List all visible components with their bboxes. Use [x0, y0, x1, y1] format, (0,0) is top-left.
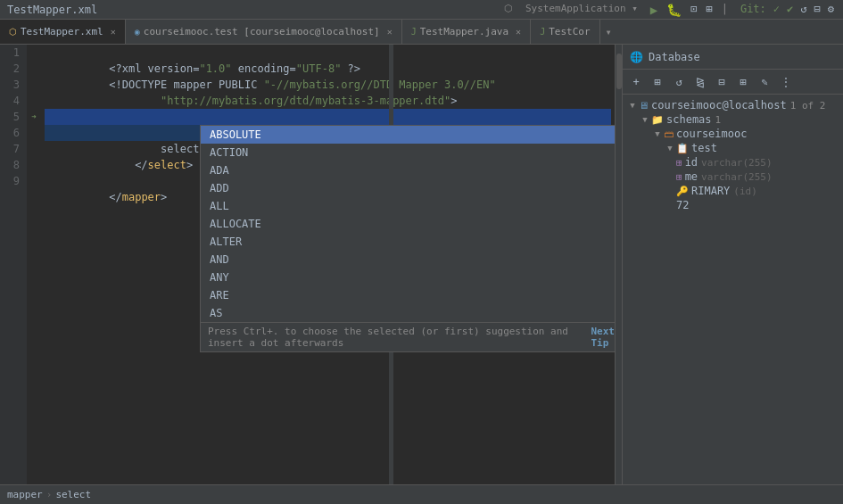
autocomplete-item-all[interactable]: ALL: [201, 197, 615, 215]
code-line-2: <!DOCTYPE mapper PUBLIC "-//mybatis.org/…: [45, 61, 611, 77]
breadcrumb: mapper › select: [7, 489, 91, 500]
git-more-icon[interactable]: ⊟: [814, 3, 821, 17]
tree-db-courseimooc[interactable]: ▼ 🗃 courseimooc: [623, 127, 843, 141]
database-panel: 🌐 Database + ⊞ ↺ ⧎ ⊟ ⊞ ✎ ⋮ ▼ 🖥 courseimo…: [622, 45, 843, 484]
code-editor[interactable]: <?xml version="1.0" encoding="UTF-8" ?> …: [41, 45, 615, 484]
db-layout-button[interactable]: ⊟: [712, 72, 731, 92]
key-icon: 🔑: [676, 186, 689, 197]
autocomplete-hint: Press Ctrl+. to choose the selected (or …: [208, 326, 591, 349]
col-id-icon: ⊞: [676, 157, 682, 169]
git-label: Git:: [740, 3, 766, 17]
tab-testmapper-java[interactable]: J TestMapper.java ✕: [402, 20, 531, 44]
profile-icon[interactable]: ⊞: [706, 3, 712, 17]
tab-close-xml[interactable]: ✕: [111, 27, 116, 37]
git-tick-icon: ✔: [787, 3, 793, 17]
tree-server-arrow: ▼: [626, 101, 639, 110]
status-bar: mapper › select: [0, 484, 843, 504]
tree-server-label: courseimooc@localhost: [651, 99, 787, 112]
db-add-button[interactable]: +: [626, 72, 646, 92]
db-refresh-button[interactable]: ↺: [669, 72, 689, 92]
autocomplete-item-allocate[interactable]: ALLOCATE: [201, 215, 615, 233]
tree-schemas[interactable]: ▼ 📁 schemas 1: [623, 112, 843, 127]
autocomplete-footer: Press Ctrl+. to choose the selected (or …: [201, 322, 615, 351]
autocomplete-dropdown[interactable]: ABSOLUTE ACTION ADA ADD ALL ALLOCATE ALT…: [200, 125, 615, 352]
autocomplete-item-add[interactable]: ADD: [201, 179, 615, 197]
title-bar: TestMapper.xml ⬡ SystemApplication ▾ ▶ 🐛…: [0, 0, 843, 20]
scrollbar-thumb[interactable]: [616, 54, 622, 89]
tree-table-arrow: ▼: [664, 144, 676, 153]
autocomplete-item-any[interactable]: ANY: [201, 269, 615, 286]
tab-label-cor: TestCor: [549, 26, 590, 37]
tree-count-label: 72: [676, 199, 689, 211]
db-edit-button[interactable]: ✎: [755, 72, 774, 92]
tree-col-id-type: varchar(255): [701, 157, 772, 169]
db-table-button[interactable]: ⊞: [648, 72, 667, 92]
tab-dropdown-arrow[interactable]: ▾: [600, 20, 617, 44]
tab-testcor[interactable]: J TestCor: [531, 20, 599, 44]
breadcrumb-mapper: mapper: [7, 489, 43, 500]
tab-close-db[interactable]: ✕: [387, 27, 393, 37]
table-icon: 📋: [676, 143, 689, 154]
tree-server-badge: 1 of 2: [790, 100, 826, 112]
autocomplete-list: ABSOLUTE ACTION ADA ADD ALL ALLOCATE ALT…: [201, 126, 615, 322]
coverage-icon[interactable]: ⊡: [690, 3, 697, 17]
schemas-icon: 📁: [651, 114, 664, 126]
db-filter-button[interactable]: ⧎: [690, 72, 710, 92]
tree-primary-key[interactable]: 🔑 RIMARY (id): [623, 184, 843, 198]
gutter: ➜: [27, 45, 41, 484]
tree-schemas-arrow: ▼: [639, 115, 651, 124]
code-line-5: <select id="list" resultType="com.titan.…: [45, 109, 611, 125]
code-line-1: <?xml version="1.0" encoding="UTF-8" ?>: [45, 45, 611, 61]
tree-col-me-label: me: [685, 170, 698, 183]
run-icon[interactable]: ▶: [650, 3, 657, 17]
file-title: TestMapper.xml: [7, 4, 97, 16]
tab-java-icon: J: [411, 27, 417, 37]
autocomplete-item-and[interactable]: AND: [201, 251, 615, 269]
code-line-3: "http://mybatis.org/dtd/mybatis-3-mapper…: [45, 77, 611, 93]
autocomplete-item-are[interactable]: ARE: [201, 286, 615, 304]
tree-table-test[interactable]: ▼ 📋 test: [623, 141, 843, 155]
tree-schemas-badge: 1: [715, 114, 722, 126]
tab-testmapper-xml[interactable]: ⬡ TestMapper.xml ✕: [0, 20, 126, 44]
db-icon: 🗃: [664, 128, 674, 140]
tab-label: TestMapper.xml: [21, 26, 103, 37]
tree-primary-label: RIMARY: [691, 185, 730, 197]
gutter-arrow-5: ➜: [31, 112, 36, 121]
git-undo-icon[interactable]: ↺: [800, 3, 806, 17]
title-bar-icons: ⬡ SystemApplication ▾ ▶ 🐛 ⊡ ⊞ | Git: ✓ ✔…: [504, 3, 836, 17]
breadcrumb-sep: ›: [46, 489, 53, 500]
tab-cor-icon: J: [540, 27, 545, 37]
system-app-dropdown[interactable]: SystemApplication ▾: [525, 3, 638, 17]
tab-close-java[interactable]: ✕: [516, 27, 521, 37]
tree-db-label: courseimooc: [676, 128, 747, 140]
tab-label-java: TestMapper.java: [420, 26, 508, 37]
autocomplete-item-as[interactable]: AS: [201, 304, 615, 322]
db-layout2-button[interactable]: ⊞: [733, 72, 753, 92]
tree-col-id-label: id: [685, 156, 698, 169]
tab-label-db: courseimooc.test [courseimooc@localhost]: [144, 26, 380, 37]
editor-content: 1 2 3 4 5 6 7 8 9 ➜: [0, 45, 622, 484]
autocomplete-item-ada[interactable]: ADA: [201, 161, 615, 179]
server-icon: 🖥: [639, 100, 649, 112]
next-tip-button[interactable]: Next Tip: [591, 326, 616, 349]
autocomplete-item-action[interactable]: ACTION: [201, 144, 615, 161]
db-more-button[interactable]: ⋮: [776, 72, 796, 92]
database-tree: ▼ 🖥 courseimooc@localhost 1 of 2 ▼ 📁 sch…: [623, 95, 843, 484]
debug-icon[interactable]: 🐛: [666, 3, 682, 17]
settings-icon[interactable]: ⚙: [828, 3, 834, 17]
tree-row-count[interactable]: 72: [623, 198, 843, 212]
tree-col-id[interactable]: ⊞ id varchar(255): [623, 155, 843, 169]
autocomplete-item-alter[interactable]: ALTER: [201, 233, 615, 251]
tree-col-me[interactable]: ⊞ me varchar(255): [623, 169, 843, 184]
col-me-icon: ⊞: [676, 171, 682, 183]
main-area: 1 2 3 4 5 6 7 8 9 ➜: [0, 45, 843, 484]
tab-courseimooc[interactable]: ◉ courseimooc.test [courseimooc@localhos…: [126, 20, 402, 44]
editor-scrollbar[interactable]: [615, 45, 622, 484]
tree-server[interactable]: ▼ 🖥 courseimooc@localhost 1 of 2: [623, 98, 843, 112]
line-numbers: 1 2 3 4 5 6 7 8 9: [0, 45, 27, 484]
tree-table-label: test: [691, 142, 717, 154]
tree-schemas-label: schemas: [666, 113, 712, 126]
editor-area: 1 2 3 4 5 6 7 8 9 ➜: [0, 45, 622, 484]
tree-db-arrow: ▼: [651, 129, 664, 138]
autocomplete-item-absolute[interactable]: ABSOLUTE: [201, 126, 615, 144]
